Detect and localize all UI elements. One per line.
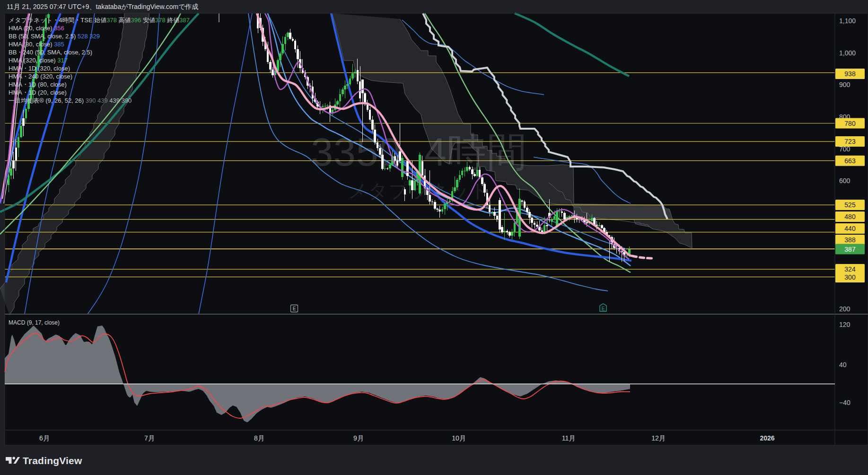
- svg-text:MACD (9, 17, close): MACD (9, 17, close): [9, 319, 60, 326]
- svg-text:E: E: [602, 306, 605, 311]
- svg-text:HMA (80, close) 385: HMA (80, close) 385: [9, 41, 64, 48]
- svg-text:300: 300: [844, 273, 856, 281]
- svg-text:10月: 10月: [452, 434, 466, 442]
- svg-text:E: E: [293, 306, 296, 311]
- svg-text:200: 200: [839, 305, 850, 313]
- svg-text:324: 324: [844, 265, 856, 273]
- svg-text:BB・240 (50, SMA, close, 2.5): BB・240 (50, SMA, close, 2.5): [9, 49, 92, 56]
- svg-text:8月: 8月: [254, 434, 264, 442]
- svg-text:388: 388: [844, 236, 856, 244]
- svg-text:TradingView: TradingView: [23, 455, 82, 466]
- svg-text:2026: 2026: [760, 434, 774, 442]
- svg-text:HMA (320, close) 317: HMA (320, close) 317: [9, 57, 68, 64]
- svg-text:9月: 9月: [353, 434, 364, 442]
- svg-text:525: 525: [844, 201, 856, 209]
- svg-text:480: 480: [844, 213, 856, 220]
- svg-text:−40: −40: [839, 399, 850, 406]
- svg-text:120: 120: [839, 321, 850, 328]
- svg-text:387: 387: [844, 246, 856, 253]
- svg-text:780: 780: [844, 120, 856, 127]
- svg-text:一目均衡表® (9, 26, 52, 26) 390 439: 一目均衡表® (9, 26, 52, 26) 390 439 439 390: [9, 97, 132, 104]
- svg-text:11月 21, 2025 07:47 UTC+9、takat: 11月 21, 2025 07:47 UTC+9、takatabaがTradin…: [7, 3, 198, 10]
- svg-text:7月: 7月: [144, 434, 155, 442]
- svg-text:6月: 6月: [39, 434, 50, 442]
- svg-text:723: 723: [844, 138, 856, 145]
- svg-text:1,000: 1,000: [839, 49, 856, 57]
- svg-text:40: 40: [839, 361, 847, 369]
- svg-text:663: 663: [844, 157, 856, 165]
- svg-text:HMA・1D (80, close): HMA・1D (80, close): [9, 81, 67, 88]
- svg-text:11月: 11月: [562, 434, 576, 442]
- svg-text:HMA・1D (20, close): HMA・1D (20, close): [9, 89, 67, 96]
- svg-text:938: 938: [844, 70, 856, 78]
- svg-text:BB (50, SMA, close, 2.5) 528: BB (50, SMA, close, 2.5) 528 329: [9, 33, 100, 40]
- svg-text:HMA・240 (320, close): HMA・240 (320, close): [9, 73, 72, 80]
- svg-text:600: 600: [839, 177, 850, 185]
- svg-text:12月: 12月: [651, 434, 666, 442]
- svg-text:HMA・1D (320, close): HMA・1D (320, close): [9, 65, 70, 72]
- svg-text:1,100: 1,100: [839, 17, 856, 25]
- svg-text:メタプラネット・4時間・TSE 始値378 高値396 安: メタプラネット・4時間・TSE 始値378 高値396 安値378 終値387: [9, 17, 190, 24]
- svg-text:900: 900: [839, 81, 850, 88]
- svg-text:HMA (20, close) 356: HMA (20, close) 356: [9, 25, 64, 32]
- svg-text:440: 440: [844, 225, 856, 232]
